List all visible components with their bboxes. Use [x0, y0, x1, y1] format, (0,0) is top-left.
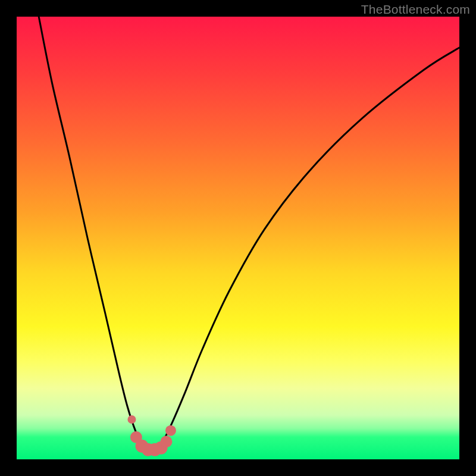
chart-frame: TheBottleneck.com: [0, 0, 476, 476]
bottleneck-curve: [39, 17, 459, 450]
curve-layer: [17, 17, 459, 459]
sweet-spot-markers: [127, 415, 176, 456]
sweet-spot-marker: [165, 425, 176, 436]
sweet-spot-marker: [127, 415, 136, 424]
plot-area: [17, 17, 459, 459]
watermark-text: TheBottleneck.com: [361, 2, 470, 17]
sweet-spot-marker: [160, 436, 172, 447]
bottleneck-curve-path: [39, 17, 459, 450]
